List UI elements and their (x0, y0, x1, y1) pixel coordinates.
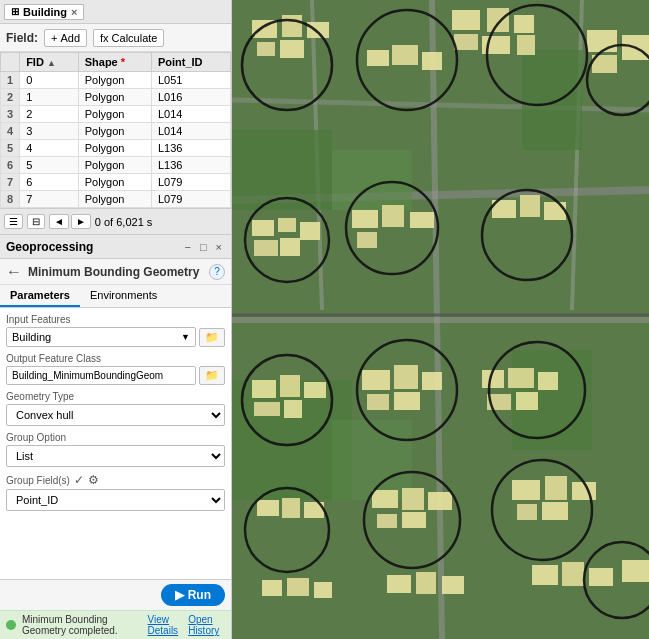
svg-rect-28 (592, 55, 617, 73)
geo-resize-button[interactable]: □ (197, 241, 210, 253)
column-view-button[interactable]: ⊟ (27, 214, 45, 229)
map-overlay-svg (232, 0, 649, 639)
table-row[interactable]: 8 7 Polygon L079 (1, 191, 231, 208)
attribute-table-scroll[interactable]: FID ▲ Shape * Point_ID 1 0 Polygon L051 (0, 52, 231, 208)
svg-line-6 (232, 100, 649, 110)
cell-point-id: L016 (151, 89, 230, 106)
cell-point-id: L136 (151, 157, 230, 174)
svg-rect-11 (332, 420, 412, 500)
svg-point-84 (245, 198, 329, 282)
input-features-folder-button[interactable]: 📁 (199, 328, 225, 347)
view-details-link[interactable]: View Details (148, 614, 183, 636)
geometry-type-label: Geometry Type (6, 391, 225, 402)
col-header-shape[interactable]: Shape * (78, 53, 151, 72)
table-row[interactable]: 7 6 Polygon L079 (1, 174, 231, 191)
tab-close-button[interactable]: × (71, 6, 77, 18)
status-links: View Details Open History (148, 614, 225, 636)
geo-tabs: Parameters Environments (0, 285, 231, 308)
svg-rect-65 (512, 480, 540, 500)
svg-rect-9 (522, 50, 582, 150)
geo-close-button[interactable]: × (213, 241, 225, 253)
input-dropdown-icon: ▼ (181, 332, 190, 342)
svg-rect-72 (314, 582, 332, 598)
geo-status-bar: Minimum Bounding Geometry completed. Vie… (0, 610, 231, 639)
open-history-link[interactable]: Open History (188, 614, 225, 636)
row-number: 7 (1, 174, 20, 191)
svg-rect-54 (538, 372, 558, 390)
geo-panel-header: Geoprocessing − □ × (0, 235, 231, 259)
tab-parameters[interactable]: Parameters (0, 285, 80, 307)
cell-shape: Polygon (78, 157, 151, 174)
output-feature-class-row: Building_MinimumBoundingGeom 📁 (6, 366, 225, 385)
table-toolbar: Field: + Add fx Calculate (0, 24, 231, 52)
table-row[interactable]: 5 4 Polygon L136 (1, 140, 231, 157)
svg-rect-59 (304, 502, 324, 518)
svg-rect-24 (367, 50, 389, 66)
svg-point-93 (492, 460, 592, 560)
calculate-icon: fx (100, 32, 109, 44)
geo-parameters-body[interactable]: Input Features Building ▼ 📁 Output Featu… (0, 308, 231, 579)
table-row[interactable]: 1 0 Polygon L051 (1, 72, 231, 89)
svg-point-91 (245, 488, 329, 572)
geo-nav-bar: ← Minimum Bounding Geometry ? (0, 259, 231, 285)
svg-rect-58 (282, 498, 300, 518)
table-row[interactable]: 6 5 Polygon L136 (1, 157, 231, 174)
group-fields-check-icon[interactable]: ✓ (74, 473, 84, 487)
row-number: 4 (1, 123, 20, 140)
cell-fid: 4 (20, 140, 79, 157)
pagination-nav: ◄ ► (49, 214, 91, 229)
add-button[interactable]: + Add (44, 29, 87, 47)
svg-rect-48 (394, 365, 418, 389)
svg-line-3 (432, 0, 442, 639)
group-fields-select[interactable]: Point_ID FID (6, 489, 225, 511)
table-row[interactable]: 2 1 Polygon L016 (1, 89, 231, 106)
cell-shape: Polygon (78, 106, 151, 123)
tab-title-label: Building (23, 6, 67, 18)
svg-rect-12 (512, 350, 592, 450)
svg-rect-8 (332, 150, 412, 210)
row-number: 1 (1, 72, 20, 89)
svg-rect-39 (492, 200, 516, 218)
svg-rect-17 (280, 40, 304, 58)
svg-rect-77 (562, 562, 584, 586)
last-page-button[interactable]: ► (71, 214, 91, 229)
svg-point-81 (242, 20, 332, 110)
geo-help-button[interactable]: ? (209, 264, 225, 280)
attribute-table: FID ▲ Shape * Point_ID 1 0 Polygon L051 (0, 52, 231, 208)
geo-back-button[interactable]: ← (6, 263, 22, 281)
building-tab[interactable]: ⊞ Building × (4, 4, 84, 20)
table-row[interactable]: 3 2 Polygon L014 (1, 106, 231, 123)
status-message: Minimum Bounding Geometry completed. (22, 614, 142, 636)
svg-rect-68 (517, 504, 537, 520)
svg-rect-35 (352, 210, 378, 228)
cell-fid: 5 (20, 157, 79, 174)
svg-rect-76 (532, 565, 558, 585)
group-fields-label: Group Field(s) (6, 475, 70, 486)
svg-rect-55 (487, 394, 511, 410)
col-header-point-id[interactable]: Point_ID (151, 53, 230, 72)
table-view-button[interactable]: ☰ (4, 214, 23, 229)
group-fields-settings-icon[interactable]: ⚙ (88, 473, 99, 487)
calculate-button[interactable]: fx Calculate (93, 29, 164, 47)
svg-rect-16 (257, 42, 275, 56)
cell-shape: Polygon (78, 89, 151, 106)
svg-rect-74 (416, 572, 436, 594)
tab-environments[interactable]: Environments (80, 285, 167, 307)
cell-shape: Polygon (78, 123, 151, 140)
svg-rect-32 (300, 222, 320, 240)
table-row[interactable]: 4 3 Polygon L014 (1, 123, 231, 140)
tab-grid-icon: ⊞ (11, 6, 19, 17)
output-feature-class-input[interactable]: Building_MinimumBoundingGeom (6, 366, 196, 385)
svg-rect-56 (516, 392, 538, 410)
geometry-type-select[interactable]: Convex hull Envelope Circle (6, 404, 225, 426)
group-option-select[interactable]: List None All (6, 445, 225, 467)
svg-rect-37 (410, 212, 434, 228)
input-features-input[interactable]: Building ▼ (6, 327, 196, 347)
geo-minimize-button[interactable]: − (181, 241, 193, 253)
first-page-button[interactable]: ◄ (49, 214, 69, 229)
svg-rect-23 (517, 35, 535, 55)
map-area[interactable] (232, 0, 649, 639)
output-feature-class-folder-button[interactable]: 📁 (199, 366, 225, 385)
col-header-fid[interactable]: FID ▲ (20, 53, 79, 72)
run-button[interactable]: ▶ Run (161, 584, 225, 606)
